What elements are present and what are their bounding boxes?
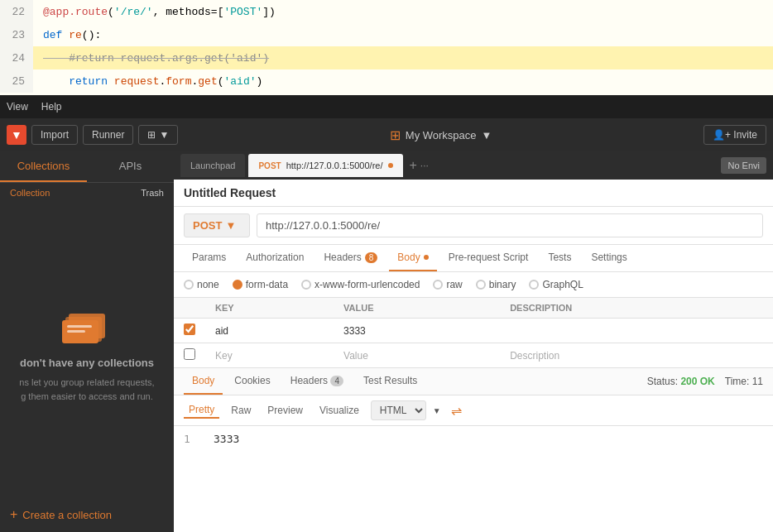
view-raw-button[interactable]: Raw (226, 403, 256, 418)
wrap-button[interactable]: ⇌ (451, 403, 462, 419)
request-area: Launchpad POST http://127.0.0.1:5000/re/… (174, 151, 773, 532)
post-tab[interactable]: POST http://127.0.0.1:5000/re/ (248, 154, 402, 177)
empty-collections: don't have any collections ns let you gr… (0, 203, 174, 497)
tab-settings[interactable]: Settings (583, 245, 635, 271)
extra-chevron: ▼ (159, 129, 169, 141)
code-editor: 22 @app.route('/re/', methods=['POST']) … (0, 0, 773, 95)
col-value: VALUE (334, 298, 500, 319)
request-tabs: Params Authorization Headers 8 Body Pre-… (174, 245, 773, 272)
row2-key[interactable]: Key (205, 343, 334, 368)
response-body-toolbar: Pretty Raw Preview Visualize HTML JSON T… (174, 395, 773, 426)
kv-table: KEY VALUE DESCRIPTION aid 3333 Key (174, 298, 773, 368)
resp-headers-badge: 4 (330, 376, 343, 386)
row2-value[interactable]: Value (334, 343, 500, 368)
resp-tab-body[interactable]: Body (184, 368, 223, 395)
tabs-bar: Launchpad POST http://127.0.0.1:5000/re/… (174, 151, 773, 180)
launchpad-label: Launchpad (190, 161, 235, 170)
radio-form-data-dot (233, 280, 242, 290)
extra-icon: ⊞ (147, 129, 156, 141)
sidebar-tabs: Collections APIs (0, 151, 174, 183)
code-line-25: 25 return request.form.get('aid') (0, 69, 773, 93)
view-preview-button[interactable]: Preview (262, 403, 308, 418)
resp-tab-cookies[interactable]: Cookies (226, 368, 278, 395)
tab-tests[interactable]: Tests (540, 245, 579, 271)
tab-more-button[interactable]: ··· (420, 160, 429, 171)
sidebar: Collections APIs Collection Trash don't … (0, 151, 174, 532)
runner-button[interactable]: Runner (83, 125, 133, 145)
tab-method-label: POST (258, 161, 281, 170)
url-input[interactable] (257, 213, 763, 237)
launchpad-tab[interactable]: Launchpad (180, 154, 245, 177)
view-pretty-button[interactable]: Pretty (184, 402, 219, 419)
import-button[interactable]: Import (31, 125, 78, 145)
tab-body[interactable]: Body (389, 245, 436, 271)
tab-params[interactable]: Params (184, 245, 234, 271)
chevron-down-icon: ▼ (433, 406, 441, 415)
section-trash-label[interactable]: Trash (141, 188, 164, 198)
radio-form-data[interactable]: form-data (233, 279, 288, 290)
tab-authorization[interactable]: Authorization (238, 245, 312, 271)
code-line-23: 23 def re(): (0, 23, 773, 46)
row2-checkbox[interactable] (184, 348, 195, 360)
toolbar-left: ▼ Import Runner ⊞ ▼ (7, 125, 178, 145)
orange-dropdown-button[interactable]: ▼ (7, 125, 26, 145)
workspace-label: My Workspace (406, 129, 477, 141)
method-chevron: ▼ (225, 219, 236, 232)
radio-binary[interactable]: binary (476, 279, 516, 290)
toolbar-center: ⊞ My Workspace ▼ (185, 127, 697, 143)
method-select[interactable]: POST ▼ (184, 213, 250, 237)
response-tabs: Body Cookies Headers 4 Test Results Stat… (174, 368, 773, 395)
status-ok-label: 200 OK (680, 376, 714, 387)
radio-raw[interactable]: raw (433, 279, 462, 290)
tab-pre-request[interactable]: Pre-request Script (440, 245, 537, 271)
invite-button[interactable]: 👤+ Invite (703, 125, 766, 145)
menu-bar: View Help (0, 95, 773, 118)
empty-title: don't have any collections (20, 357, 154, 369)
extra-button[interactable]: ⊞ ▼ (138, 125, 178, 145)
grid-icon: ⊞ (390, 127, 401, 143)
format-select[interactable]: HTML JSON Text (371, 400, 426, 420)
row1-value[interactable]: 3333 (334, 319, 500, 343)
svg-rect-4 (67, 330, 85, 333)
response-status: Status: 200 OK Time: 11 (647, 376, 763, 387)
invite-icon: 👤+ (713, 129, 731, 141)
col-description: DESCRIPTION (500, 298, 773, 319)
row1-key[interactable]: aid (205, 319, 334, 343)
menu-view[interactable]: View (7, 101, 28, 113)
row1-description[interactable] (500, 319, 773, 343)
row2-description[interactable]: Description (500, 343, 773, 368)
collection-icon (62, 297, 112, 347)
body-dot (424, 255, 429, 260)
svg-rect-3 (67, 325, 92, 328)
tab-headers[interactable]: Headers 8 (315, 245, 386, 271)
sidebar-tab-collections[interactable]: Collections (0, 151, 87, 182)
table-row: aid 3333 (174, 319, 773, 343)
resp-tab-test-results[interactable]: Test Results (355, 368, 425, 395)
row1-checkbox[interactable] (184, 324, 195, 335)
time-label: Time: 11 (725, 376, 763, 387)
tab-dot (388, 163, 393, 168)
sidebar-section-header: Collection Trash (0, 183, 174, 203)
new-tab-button[interactable]: + (410, 158, 417, 173)
resp-tab-headers[interactable]: Headers 4 (282, 368, 352, 395)
radio-none[interactable]: none (184, 279, 219, 290)
sidebar-tab-apis[interactable]: APIs (87, 151, 174, 182)
col-checkbox (174, 298, 205, 319)
tab-url-label: http://127.0.0.1:5000/re/ (286, 161, 383, 170)
workspace-chevron: ▼ (482, 129, 492, 141)
radio-graphql[interactable]: GraphQL (529, 279, 583, 290)
no-env-button[interactable]: No Envi (721, 157, 766, 174)
main-area: Collections APIs Collection Trash don't … (0, 151, 773, 532)
radio-binary-dot (476, 280, 486, 290)
view-visualize-button[interactable]: Visualize (314, 403, 364, 418)
body-options: none form-data x-www-form-urlencoded raw… (174, 272, 773, 298)
menu-help[interactable]: Help (41, 101, 62, 113)
radio-urlencoded[interactable]: x-www-form-urlencoded (301, 279, 420, 290)
response-value-1: 3333 (214, 433, 239, 445)
method-label: POST (193, 219, 222, 232)
response-line-1: 1 3333 (184, 433, 763, 445)
create-collection-button[interactable]: + Create a collection (0, 497, 174, 532)
workspace-button[interactable]: ⊞ My Workspace ▼ (390, 127, 492, 143)
radio-graphql-dot (529, 280, 539, 290)
headers-badge: 8 (365, 252, 378, 263)
